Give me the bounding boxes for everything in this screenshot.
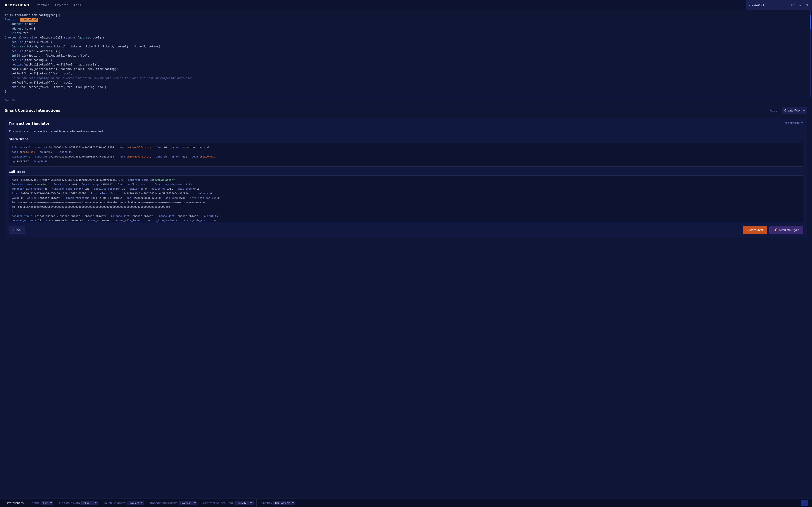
code-line-13: pool = deploy(address(this), token0, tok…	[5, 67, 807, 72]
status-bar: Preferences Theme Auto Light Dark On-Cha…	[0, 499, 812, 507]
call-trace-function: function_name createPool function_pc 944…	[12, 182, 800, 187]
tx-simulator-title: Transaction Simulator	[9, 122, 49, 125]
code-text-17: emit PoolCreated(token0, token1, fee, ti…	[5, 85, 807, 90]
call-trace-error: decoded_output null error execution reve…	[12, 219, 800, 222]
smart-contract-interactions: Smart Contract Interactions Action Creat…	[0, 103, 812, 241]
code-text-3: address tokenA,	[5, 22, 807, 26]
code-line-11: require(tickSpacing ≠ 0);	[5, 58, 807, 63]
call-trace-value: value 0 caller [object Object] block_tim…	[12, 196, 800, 201]
onchain-data-select[interactable]: Infura Alchemy Custom	[81, 501, 98, 505]
call-trace-hash: hash 0x1c8927be2477a3f74517cacb47c763672…	[12, 178, 800, 182]
nav-item-apps[interactable]: Apps	[73, 2, 81, 8]
code-line-2: function createPool(	[5, 17, 807, 22]
currency-item: Currency US Dollar ($) Euro (€) GBP (£)	[257, 499, 298, 507]
action-select[interactable]: Create Pool Initialize Mint Burn Collect…	[782, 107, 807, 114]
search-input[interactable]	[749, 3, 789, 7]
code-line-9: require(token0 ≠ address(0));	[5, 49, 807, 54]
code-text-14: getPool[token0][token1][fee] = pool;	[5, 72, 807, 76]
code-text-1: if (= feeAmountTickSpacing[fee]);	[5, 13, 807, 17]
theme-item: Theme Auto Light Dark	[27, 499, 56, 507]
nav-item-explorer[interactable]: Explorer	[55, 2, 68, 8]
code-text-18: }	[5, 90, 807, 94]
stack-trace-section: Stack Trace file_index 1 contract 0x1f98…	[9, 137, 803, 166]
stack-trace-line-4: op JUMPDEST length 821	[12, 159, 800, 164]
nav-item-portfolio[interactable]: Portfolio	[37, 2, 49, 8]
theme-select[interactable]: Auto Light Dark	[41, 501, 53, 505]
sci-title: Smart Contract Interactions	[5, 108, 60, 113]
function-highlight-createpool: createPool	[20, 18, 38, 21]
code-text-11: require(tickSpacing ≠ 0);	[5, 58, 807, 63]
code-line-17: emit PoolCreated(token0, token1, fee, ti…	[5, 85, 807, 90]
call-trace-box: hash 0x1c8927be2477a3f74517cacb47c763672…	[9, 175, 803, 222]
search-bar: 1/1 ▲ ▼ ✕	[746, 0, 812, 10]
code-text-7: require(tokenA ≠ tokenB);	[5, 40, 807, 45]
button-row: ‹ Back • Start Over ⚡ Simulate Again	[9, 226, 803, 234]
sci-header: Smart Contract Interactions Action Creat…	[5, 107, 807, 114]
code-line-18: }	[5, 90, 807, 94]
token-balances-select[interactable]: Covalent Alchemy Moralis	[127, 501, 144, 505]
code-line-6: ) external override noDelegateCall retur…	[5, 36, 807, 40]
code-text-12: require(getPool[token0][token1][fee] == …	[5, 63, 807, 67]
code-text-5: uint24 fee	[5, 31, 807, 36]
transactions-select[interactable]: Covalent Alchemy Etherscan	[179, 501, 197, 505]
simulate-icon: ⚡	[773, 228, 777, 232]
dots-button[interactable]: ⋯	[801, 500, 808, 506]
scrollbar-indicator	[810, 10, 811, 97]
search-next-button[interactable]: ▼	[805, 3, 810, 7]
code-line-3: address tokenA,	[5, 22, 807, 26]
code-text-10: int24 tickSpacing = feeAmountTickSpacing…	[5, 54, 807, 58]
code-line-8: (address token0, address token1) = token…	[5, 45, 807, 49]
token-balances-label: Token Balances	[104, 501, 125, 505]
onchain-data-label: On-Chain Data	[59, 501, 80, 505]
token-balances-item: Token Balances Covalent Alchemy Moralis	[101, 499, 147, 507]
code-line-12: require(getPool[token0][token1][fee] == …	[5, 63, 807, 67]
currency-select[interactable]: US Dollar ($) Euro (€) GBP (£)	[273, 501, 295, 505]
stack-trace-line-1: file_index 1 contract 0x1f98431c8ad98523…	[12, 145, 800, 150]
code-line-4: address tokenB,	[5, 27, 807, 31]
code-line-10: int24 tickSpacing = feeAmountTickSpacing…	[5, 54, 807, 58]
simulate-again-button[interactable]: ⚡ Simulate Again	[769, 226, 803, 234]
simulate-label: Simulate Again	[779, 228, 799, 232]
nav-items: Portfolio Explorer Apps	[37, 2, 81, 8]
transactions-item: Transactions/Blocks Covalent Alchemy Eth…	[147, 499, 200, 507]
call-trace-section: Call Trace hash 0x1c8927be2477a3f74517ca…	[9, 170, 803, 222]
top-navigation: BLOCKHEAD Portfolio Explorer Apps	[0, 0, 812, 10]
scrollbar-thumb	[810, 15, 811, 29]
call-trace-function-detail: function_line_number 35 function_code_le…	[12, 187, 800, 191]
call-trace-title: Call Trace	[9, 170, 803, 173]
action-row: Action Create Pool Initialize Mint Burn …	[770, 107, 807, 114]
call-trace-decoded: decoded_input [object Object],[object Ob…	[12, 214, 800, 219]
back-button[interactable]: ‹ Back	[9, 226, 26, 234]
code-text-6: ) external override noDelegateCall retur…	[5, 36, 807, 40]
code-text-15: // to populate mapping in the reverse di…	[5, 76, 807, 81]
code-line-5: uint24 fee	[5, 31, 807, 36]
preferences-item[interactable]: Preferences	[4, 499, 27, 507]
transactions-label: Transactions/Blocks	[150, 501, 177, 505]
call-trace-from: from 0xb36d512417404b04e053c50ce0d9d26d9…	[12, 191, 800, 196]
code-line-1: if (= feeAmountTickSpacing[fee]);	[5, 13, 807, 17]
code-text-8: (address token0, address token1) = token…	[5, 45, 807, 49]
code-text-13: pool = deploy(address(this), token0, tok…	[5, 67, 807, 72]
stack-trace-line-2: code createPool op REVERT length 25	[12, 150, 800, 155]
call-trace-t: t	[12, 209, 800, 214]
search-prev-button[interactable]: ▲	[798, 3, 803, 7]
code-line-15: // to populate mapping in the reverse di…	[5, 76, 807, 81]
code-text-9: require(token0 ≠ address(0));	[5, 49, 807, 54]
stack-trace-box: file_index 1 contract 0x1f98431c8ad98523…	[9, 143, 803, 166]
contract-source-select[interactable]: Sourcify Etherscan 4byte	[235, 501, 254, 505]
start-over-button[interactable]: • Start Over	[743, 226, 767, 234]
transaction-simulator: Transaction Simulator TENDERLY The simul…	[5, 118, 807, 238]
onchain-data-item: On-Chain Data Infura Alchemy Custom	[56, 499, 101, 507]
code-line-14: getPool[token0][token1][fee] = pool;	[5, 72, 807, 76]
call-trace-input: in 0xa1671295000000000000000000000000000…	[12, 201, 800, 205]
code-viewer: if (= feeAmountTickSpacing[fee]); functi…	[0, 10, 812, 97]
sourcify-link[interactable]: Sourcify	[0, 97, 812, 103]
code-text-2: function createPool(	[5, 17, 807, 22]
tx-simulator-header: Transaction Simulator TENDERLY	[9, 122, 803, 125]
theme-label: Theme	[30, 501, 40, 505]
right-buttons: • Start Over ⚡ Simulate Again	[743, 226, 803, 234]
code-line-16: getPool[token1][token0][fee] = pool;	[5, 81, 807, 85]
currency-label: Currency	[259, 501, 272, 505]
code-text-4: address tokenB,	[5, 27, 807, 31]
code-text-16: getPool[token1][token0][fee] = pool;	[5, 81, 807, 85]
